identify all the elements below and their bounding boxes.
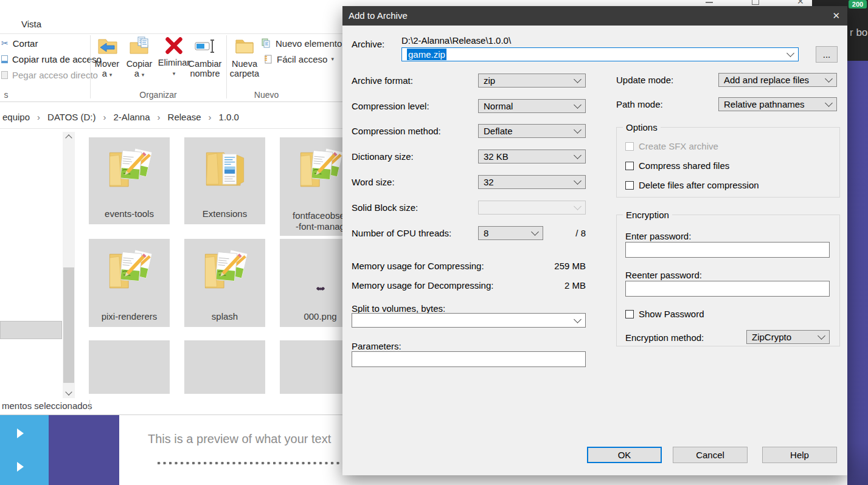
file-name: Extensions — [184, 208, 265, 219]
cpu-threads-max: / 8 — [557, 228, 586, 238]
encryption-method-select[interactable]: ZipCrypto — [746, 330, 830, 344]
chevron-down-icon — [574, 315, 582, 323]
menu-item-pegar-acceso: Pegar acceso directo — [1, 68, 98, 81]
parameters-label: Parameters: — [352, 341, 401, 351]
file-name2: -font-manag — [296, 221, 345, 232]
scroll-up-icon[interactable] — [63, 133, 75, 143]
menu-item-copiar-ruta[interactable]: Copiar ruta de acceso — [1, 52, 102, 66]
compression-level-label: Compression level: — [352, 101, 429, 111]
new-folder-button[interactable]: Nueva carpeta — [229, 35, 260, 78]
file-tile-pixi-renderers[interactable]: pixi-renderers — [89, 239, 170, 327]
file-name: splash — [184, 311, 265, 322]
chevron-down-icon — [531, 228, 539, 236]
chevron-right-icon: › — [103, 112, 106, 122]
browse-button[interactable]: ... — [816, 46, 838, 63]
file-tile-extensions[interactable]: Extensions — [184, 137, 265, 224]
file-tile-partial[interactable] — [184, 340, 265, 394]
easy-access-button[interactable]: Fácil acceso ▾ — [264, 53, 334, 65]
close-icon[interactable]: ✕ — [797, 0, 804, 6]
split-volumes-label: Split to volumes, bytes: — [352, 303, 445, 314]
delete-after-checkbox-row[interactable]: Delete files after compression — [625, 180, 759, 190]
delete-button[interactable]: Eliminar ▾ — [157, 35, 191, 77]
menu-item-cortar[interactable]: ✂ Cortar — [1, 36, 38, 50]
close-icon[interactable]: ✕ — [832, 10, 840, 21]
minimize-icon[interactable] — [706, 2, 713, 3]
scroll-down-icon[interactable] — [63, 387, 75, 397]
dropdown-caret-icon: ▾ — [109, 72, 113, 78]
archive-format-label: Archive format: — [352, 75, 413, 86]
move-to-button[interactable]: Mover a ▾ — [91, 35, 123, 78]
ok-button[interactable]: OK — [587, 447, 662, 463]
chevron-down-icon[interactable] — [786, 49, 794, 57]
breadcrumb-item[interactable]: DATOS (D:) — [46, 112, 97, 122]
file-tile-splash[interactable]: splash — [184, 239, 265, 327]
chevron-down-icon — [574, 101, 582, 109]
solid-block-size-select — [478, 201, 586, 215]
help-button[interactable]: Help — [762, 447, 837, 463]
file-tile-partial[interactable] — [89, 340, 170, 394]
paste-shortcut-icon — [1, 71, 8, 79]
path-mode-select[interactable]: Relative pathnames — [718, 97, 837, 111]
encryption-groupbox: Encryption Enter password: Reenter passw… — [616, 215, 840, 346]
parameters-input[interactable] — [352, 351, 586, 367]
compression-level-select[interactable]: Normal — [478, 99, 586, 113]
compression-level-value: Normal — [484, 101, 513, 111]
reenter-password-input[interactable] — [625, 281, 830, 297]
update-mode-value: Add and replace files — [724, 75, 809, 85]
compression-method-select[interactable]: Deflate — [478, 124, 586, 138]
archive-label: Archive: — [352, 39, 384, 49]
play-arrow-icon[interactable] — [17, 428, 24, 438]
dictionary-size-select[interactable]: 32 KB — [478, 150, 586, 163]
cancel-button[interactable]: Cancel — [673, 447, 748, 463]
file-name: events-tools — [89, 208, 170, 219]
chevron-right-icon: › — [37, 112, 40, 122]
new-item-icon — [262, 38, 272, 49]
copy-to-icon — [128, 35, 150, 57]
background-purple-panel — [847, 61, 868, 485]
update-mode-select[interactable]: Add and replace files — [718, 73, 837, 87]
vertical-scrollbar[interactable] — [63, 132, 75, 398]
breadcrumb-item[interactable]: 1.0.0 — [218, 112, 240, 122]
enter-password-input[interactable] — [625, 242, 830, 258]
split-volumes-combobox[interactable] — [352, 313, 586, 328]
dropdown-caret-icon: ▾ — [142, 72, 145, 78]
maximize-icon[interactable] — [752, 0, 759, 5]
archive-name-combobox[interactable]: game.zip — [401, 47, 799, 61]
file-name: pixi-renderers — [89, 311, 170, 322]
rename-label2: nombre — [190, 69, 220, 78]
move-to-label: Mover — [95, 59, 119, 69]
play-arrow-icon[interactable] — [17, 462, 24, 472]
rename-button[interactable]: Cambiar nombre — [187, 35, 223, 78]
breadcrumb-item[interactable]: Release — [167, 112, 203, 122]
encryption-method-value: ZipCrypto — [752, 332, 791, 342]
file-name: fontfaceobser — [293, 210, 348, 221]
word-size-select[interactable]: 32 — [478, 175, 586, 189]
dropdown-caret-icon: ▾ — [331, 57, 334, 61]
breadcrumb-item[interactable]: 2-Alanna — [113, 112, 151, 122]
breadcrumb-item[interactable]: equipo — [1, 112, 31, 122]
group-label-organizar: Organizar — [90, 90, 226, 100]
dialog-title-bar[interactable]: Add to Archive ✕ — [342, 6, 847, 26]
scrollbar-thumb[interactable] — [63, 267, 74, 383]
checkbox-icon[interactable] — [625, 310, 634, 318]
tab-vista[interactable]: Vista — [21, 19, 41, 29]
folder-icon — [102, 244, 158, 300]
nav-pane-selected-item[interactable] — [0, 321, 62, 339]
rename-label: Cambiar — [189, 59, 222, 69]
checkbox-icon[interactable] — [625, 181, 634, 190]
show-password-label: Show Password — [639, 309, 704, 319]
compress-shared-checkbox-row[interactable]: Compress shared files — [625, 160, 729, 171]
show-password-checkbox-row[interactable]: Show Password — [625, 309, 704, 319]
chevron-right-icon: › — [209, 112, 212, 122]
archive-filename[interactable]: game.zip — [407, 49, 446, 60]
move-to-icon — [96, 35, 118, 57]
chevron-down-icon — [574, 177, 582, 185]
copy-to-button[interactable]: Copiar a ▾ — [123, 35, 155, 78]
archive-format-select[interactable]: zip — [478, 74, 586, 88]
checkbox-icon[interactable] — [625, 162, 634, 170]
file-tile-events-tools[interactable]: events-tools — [89, 137, 170, 224]
chevron-down-icon — [825, 99, 833, 107]
chevron-down-icon — [818, 332, 825, 340]
cpu-threads-select[interactable]: 8 — [478, 226, 543, 240]
new-item-button[interactable]: Nuevo elemento ▾ — [262, 37, 349, 49]
